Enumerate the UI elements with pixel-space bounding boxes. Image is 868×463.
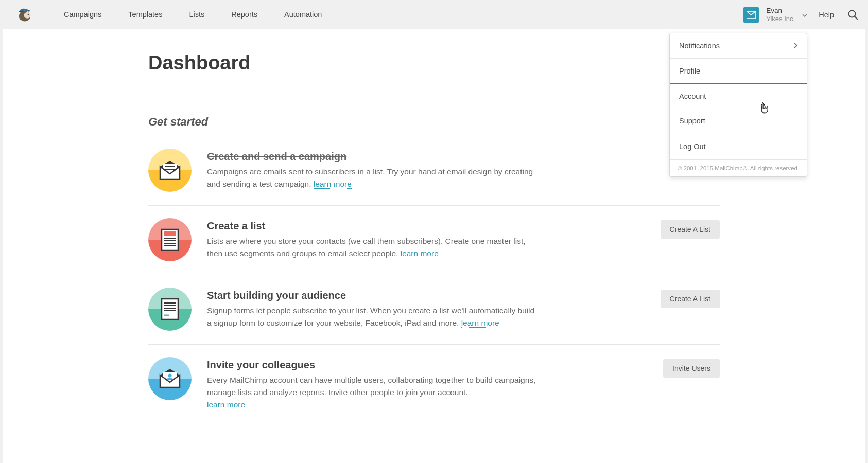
svg-point-2 <box>28 14 29 15</box>
card-list-desc-text: Lists are where you store your contacts … <box>207 237 526 258</box>
card-list-body: Create a list Lists are where you store … <box>207 218 627 260</box>
form-icon <box>148 288 192 331</box>
svg-point-5 <box>849 10 856 17</box>
learn-more-link[interactable]: learn more <box>401 249 439 258</box>
svg-rect-3 <box>19 11 24 12</box>
card-audience-body: Start building your audience Signup form… <box>207 288 627 329</box>
learn-more-link[interactable]: learn more <box>207 400 245 409</box>
dd-account-label: Account <box>679 92 706 100</box>
card-invite-desc: Every MailChimp account can have multipl… <box>207 374 536 411</box>
chevron-right-icon <box>794 42 797 50</box>
user-menu-trigger[interactable]: Evan Yikes Inc. <box>766 7 795 23</box>
logo[interactable] <box>14 4 35 25</box>
nav-lists[interactable]: Lists <box>176 0 218 29</box>
svg-point-1 <box>24 12 31 19</box>
user-org: Yikes Inc. <box>766 15 795 23</box>
dd-support[interactable]: Support <box>670 109 807 134</box>
nav-campaigns[interactable]: Campaigns <box>50 0 115 29</box>
svg-line-6 <box>855 16 858 20</box>
card-invite-title: Invite your colleagues <box>207 359 627 371</box>
top-nav: Campaigns Templates Lists Reports Automa… <box>0 0 868 29</box>
nav-reports[interactable]: Reports <box>218 0 271 29</box>
svg-point-23 <box>168 374 172 378</box>
card-audience-desc: Signup forms let people subscribe to you… <box>207 305 536 329</box>
card-audience: Start building your audience Signup form… <box>148 275 720 345</box>
dd-support-label: Support <box>679 117 705 125</box>
card-invite-action: Invite Users <box>627 357 720 378</box>
dd-footer: © 2001–2015 MailChimp®. All rights reser… <box>670 159 807 176</box>
user-dropdown: Notifications Profile Account Support Lo… <box>669 33 807 177</box>
top-right: Evan Yikes Inc. Help <box>743 0 859 29</box>
list-icon <box>148 218 192 261</box>
card-audience-action: Create A List <box>627 288 720 308</box>
card-campaign-body: Create and send a campaign Campaigns are… <box>207 149 627 190</box>
nav-templates[interactable]: Templates <box>115 0 176 29</box>
chevron-down-icon[interactable] <box>802 12 807 18</box>
conversations-icon[interactable] <box>743 7 759 23</box>
card-invite: Invite your colleagues Every MailChimp a… <box>148 345 720 424</box>
create-list-button[interactable]: Create A List <box>661 220 720 239</box>
invite-users-button[interactable]: Invite Users <box>663 359 720 378</box>
dd-logout-label: Log Out <box>679 143 706 151</box>
learn-more-link[interactable]: learn more <box>461 318 499 328</box>
svg-rect-11 <box>164 232 176 236</box>
card-campaign: Create and send a campaign Campaigns are… <box>148 136 720 206</box>
page-title: Dashboard <box>148 52 250 74</box>
card-list-title: Create a list <box>207 220 627 232</box>
nav-links: Campaigns Templates Lists Reports Automa… <box>50 0 335 29</box>
content-container: Dashboard Drafts Get started Create and … <box>148 52 720 424</box>
card-campaign-title: Create and send a campaign <box>207 151 627 163</box>
learn-more-link[interactable]: learn more <box>314 180 352 189</box>
envelope-icon <box>148 149 192 192</box>
card-list-desc: Lists are where you store your contacts … <box>207 235 536 260</box>
card-campaign-desc-text: Campaigns are emails sent to subscribers… <box>207 167 533 188</box>
help-link[interactable]: Help <box>819 11 834 19</box>
card-campaign-desc: Campaigns are emails sent to subscribers… <box>207 166 536 190</box>
get-started-heading: Get started <box>148 115 720 129</box>
dd-notifications-label: Notifications <box>679 42 720 50</box>
svg-rect-16 <box>162 299 178 319</box>
nav-automation[interactable]: Automation <box>271 0 335 29</box>
dd-account[interactable]: Account <box>669 83 807 109</box>
card-list-action: Create A List <box>627 218 720 239</box>
card-audience-title: Start building your audience <box>207 290 627 301</box>
dd-logout[interactable]: Log Out <box>670 134 807 159</box>
card-invite-desc-text: Every MailChimp account can have multipl… <box>207 376 535 397</box>
dd-notifications[interactable]: Notifications <box>670 33 807 59</box>
dd-profile[interactable]: Profile <box>670 59 807 84</box>
invite-icon <box>148 357 192 400</box>
card-list: Create a list Lists are where you store … <box>148 206 720 275</box>
user-name: Evan <box>766 7 795 15</box>
dashboard-header: Dashboard Drafts <box>148 52 720 74</box>
dd-profile-label: Profile <box>679 67 700 75</box>
create-list-button[interactable]: Create A List <box>661 290 720 308</box>
search-icon[interactable] <box>847 9 859 21</box>
card-invite-body: Invite your colleagues Every MailChimp a… <box>207 357 627 411</box>
